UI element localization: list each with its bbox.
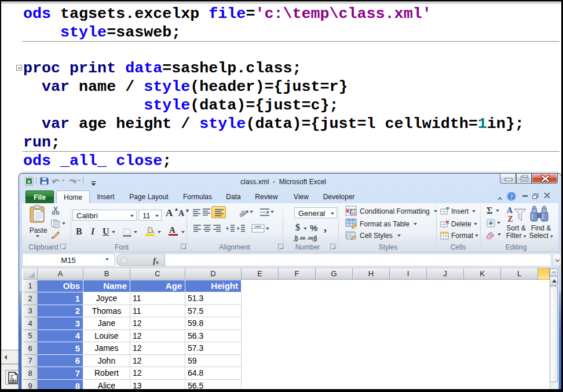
svg-text:A: A	[507, 206, 513, 215]
svg-text:35: 35	[352, 211, 356, 215]
svg-text:.00: .00	[299, 236, 305, 241]
svg-text:X: X	[27, 178, 31, 185]
svg-text:?: ?	[510, 193, 513, 200]
svg-text:fx: fx	[153, 257, 159, 265]
svg-text:.0: .0	[312, 236, 317, 243]
svg-text:Z: Z	[507, 215, 513, 224]
